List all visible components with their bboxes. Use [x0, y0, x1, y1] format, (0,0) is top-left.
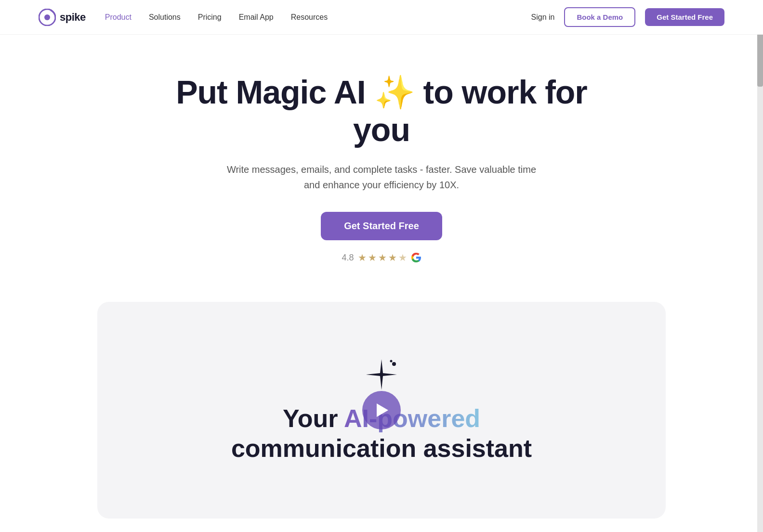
scrollbar[interactable]	[757, 0, 763, 532]
logo[interactable]: spike	[39, 9, 86, 26]
nav-item-email-app[interactable]: Email App	[239, 13, 274, 22]
nav-left: spike Product Solutions Pricing Email Ap…	[39, 9, 328, 26]
nav-right: Sign in Book a Demo Get Started Free	[531, 7, 725, 27]
hero-subtitle: Write messages, emails, and complete tas…	[225, 162, 538, 193]
star-2: ★	[368, 252, 377, 263]
star-3: ★	[378, 252, 387, 263]
svg-point-1	[44, 14, 50, 20]
play-icon	[377, 403, 388, 417]
sparkle-emoji: ✨	[374, 73, 415, 111]
sign-in-link[interactable]: Sign in	[531, 13, 555, 22]
star-5-half: ★	[398, 252, 407, 263]
nav-item-product[interactable]: Product	[105, 13, 132, 22]
demo-title-prefix: Your	[283, 404, 344, 432]
get-started-hero-button[interactable]: Get Started Free	[321, 212, 442, 240]
svg-point-2	[392, 362, 396, 366]
nav-link-email-app[interactable]: Email App	[239, 13, 274, 21]
demo-title-suffix: communication assistant	[231, 434, 532, 462]
nav-item-resources[interactable]: Resources	[291, 13, 328, 22]
nav-link-product[interactable]: Product	[105, 13, 132, 21]
hero-title-prefix: Put Magic AI	[176, 74, 366, 110]
nav-link-resources[interactable]: Resources	[291, 13, 328, 21]
nav-item-pricing[interactable]: Pricing	[198, 13, 222, 22]
book-demo-button[interactable]: Book a Demo	[564, 7, 635, 27]
google-icon	[411, 252, 421, 263]
sparkle-large-icon	[364, 357, 399, 392]
play-button[interactable]	[362, 391, 401, 429]
navbar: spike Product Solutions Pricing Email Ap…	[0, 0, 763, 35]
nav-link-pricing[interactable]: Pricing	[198, 13, 222, 21]
star-1: ★	[358, 252, 367, 263]
logo-text: spike	[60, 11, 86, 24]
rating-value: 4.8	[342, 253, 354, 263]
nav-link-solutions[interactable]: Solutions	[149, 13, 181, 21]
stars-container: ★ ★ ★ ★ ★	[358, 252, 407, 263]
get-started-nav-button[interactable]: Get Started Free	[645, 8, 724, 26]
hero-title: Put Magic AI ✨ to work for you	[165, 73, 598, 148]
svg-point-3	[390, 360, 393, 362]
nav-links: Product Solutions Pricing Email App Reso…	[105, 13, 328, 22]
star-4: ★	[388, 252, 397, 263]
sparkle-icon-container	[364, 357, 399, 394]
hero-section: Put Magic AI ✨ to work for you Write mes…	[0, 35, 763, 283]
spike-logo-icon	[39, 9, 56, 26]
nav-item-solutions[interactable]: Solutions	[149, 13, 181, 22]
demo-card: Your AI-powered communication assistant	[97, 302, 666, 519]
rating-row: 4.8 ★ ★ ★ ★ ★	[342, 252, 421, 263]
